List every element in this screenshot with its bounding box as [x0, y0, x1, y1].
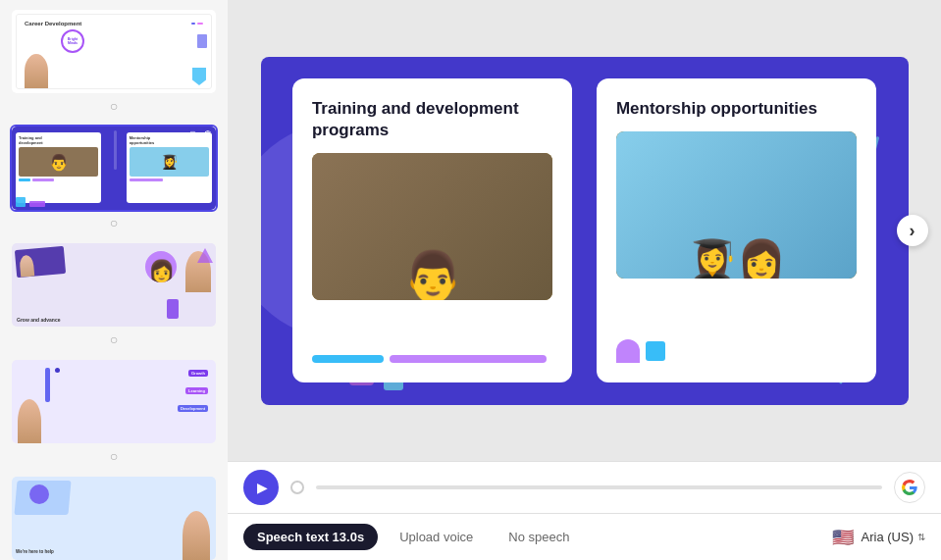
speech-tab-none[interactable]: No speech [495, 524, 583, 550]
slide-display: Training and development programs Mentor… [261, 57, 909, 405]
slide-2-actions: ○ [10, 212, 218, 233]
clock-icon-2: ○ [110, 215, 118, 230]
clock-icon-1: ○ [110, 98, 118, 114]
slide-inner-4: Growth Learning Development [12, 360, 216, 443]
slide-inner-5: We're here to help [12, 477, 216, 560]
timeline-bar [316, 485, 882, 489]
s4-blue-bar [45, 368, 50, 402]
s5-text: We're here to help [16, 549, 54, 555]
voice-chevron: ⇅ [917, 532, 925, 542]
s2-card1-img: 👨 [19, 147, 98, 177]
timeline-dot [290, 481, 304, 494]
s1-dot1 [191, 23, 195, 25]
play-icon: ▶ [257, 480, 268, 495]
play-button[interactable]: ▶ [243, 470, 279, 505]
s2-card1: Training anddevelopment 👨 [16, 132, 101, 203]
playback-controls: ▶ [228, 461, 941, 513]
card-training-image [312, 153, 552, 300]
speech-tab-upload[interactable]: Upload voice [386, 524, 487, 550]
s2-card1-title: Training anddevelopment [19, 135, 98, 145]
flag-icon: 🇺🇸 [832, 527, 854, 548]
google-icon[interactable] [894, 472, 925, 503]
slide-inner-3: 👩 Grow and advance [12, 243, 216, 327]
training-image-content [312, 153, 552, 300]
s1-bright-minds: Bright Minds [61, 29, 84, 53]
slide-canvas: Training and development programs Mentor… [228, 0, 941, 461]
s4-tag-development: Development [178, 405, 208, 412]
s2-card2-img: 👩‍🎓 [130, 147, 209, 177]
card-mentorship-image [616, 131, 857, 279]
s5-strip [14, 481, 71, 515]
bar-purple [390, 355, 546, 363]
slide-item-5[interactable]: 5 We're here to help [10, 475, 218, 560]
s4-tag-growth: Growth [188, 370, 208, 377]
card-training: Training and development programs [292, 78, 572, 382]
card-training-title: Training and development programs [312, 98, 552, 141]
slide-item-4[interactable]: 4 Growth Learning Development ○ [10, 358, 218, 467]
slide-1-actions: ○ [10, 95, 218, 117]
slide-wrapper: Training and development programs Mentor… [261, 57, 909, 405]
card-training-bars [312, 355, 552, 363]
speech-tab-text[interactable]: Speech text 13.0s [243, 524, 378, 550]
next-button[interactable]: › [897, 215, 928, 246]
shape-half-circle [616, 339, 640, 363]
voice-selector[interactable]: Aria (US) ⇅ [862, 530, 925, 544]
clock-icon-4: ○ [110, 448, 118, 464]
s3-text: Grow and advance [17, 317, 60, 323]
s2-bar3 [130, 178, 163, 181]
slide-thumbnail-3[interactable]: 👩 Grow and advance [10, 241, 218, 329]
slides-panel: 1 Career Development Bright Minds [0, 0, 228, 560]
clock-icon-3: ○ [110, 331, 118, 347]
slide-item-2[interactable]: 2 ⧉ 🗑 Training anddevelopment 👨 [10, 125, 218, 233]
s4-dot [55, 368, 60, 373]
slide-thumbnail-1[interactable]: Career Development Bright Minds [10, 8, 218, 95]
s2-card2: Mentorshipopportunities 👩‍🎓 [127, 132, 212, 203]
next-icon: › [910, 221, 915, 241]
slide-thumbnail-5[interactable]: We're here to help [10, 475, 218, 560]
s2-bar2 [32, 178, 54, 181]
card2-bottom-shapes [616, 339, 857, 363]
slide-inner-2: ⧉ 🗑 Training anddevelopment 👨 Ment [12, 127, 216, 210]
voice-label: Aria (US) [862, 530, 914, 544]
slide-item-1[interactable]: 1 Career Development Bright Minds [10, 8, 218, 117]
slide-4-actions: ○ [10, 445, 218, 467]
card-mentorship: Mentorship opportunities [597, 78, 876, 382]
speech-controls: Speech text 13.0s Upload voice No speech… [228, 513, 941, 560]
slide-item-3[interactable]: 3 👩 Grow and advance [10, 241, 218, 350]
slide-thumbnail-2[interactable]: ⧉ 🗑 Training anddevelopment 👨 Ment [10, 125, 218, 212]
s4-tag-learning: Learning [185, 387, 208, 394]
card-mentorship-title: Mentorship opportunities [616, 98, 857, 120]
shape-square [646, 341, 665, 361]
mentorship-image-content [616, 131, 857, 279]
s1-title: Career Development [25, 21, 81, 26]
s2-card2-title: Mentorshipopportunities [130, 135, 209, 145]
bar-cyan [312, 355, 385, 363]
slide-inner-1: Career Development Bright Minds [12, 10, 216, 93]
slide-thumbnail-4[interactable]: Growth Learning Development [10, 358, 218, 445]
s1-dot2 [197, 23, 203, 25]
slide-3-actions: ○ [10, 329, 218, 350]
s2-bar1 [19, 178, 30, 181]
main-area: Training and development programs Mentor… [228, 0, 941, 560]
